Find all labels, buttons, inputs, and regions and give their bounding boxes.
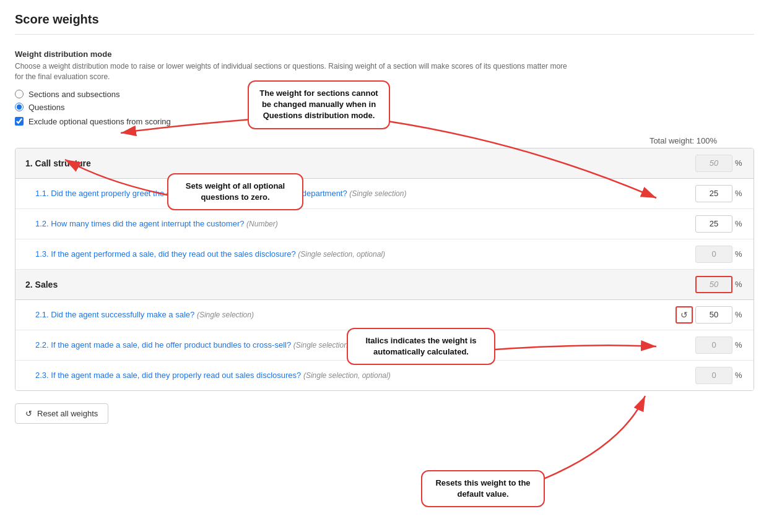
section-2-weight-cell: 50 % — [682, 276, 744, 293]
question-2-3-pct: % — [735, 371, 744, 380]
weight-distribution-desc: Choose a weight distribution mode to rai… — [15, 61, 572, 82]
question-2-3-weight-cell: % — [682, 367, 744, 384]
question-2-2-type: (Single selection, optional) — [293, 341, 381, 350]
question-1-3-weight-cell: % — [682, 246, 744, 263]
question-1-3-type: (Single selection, optional) — [298, 250, 385, 259]
radio-questions-input[interactable] — [15, 103, 24, 111]
section-2-label: 2. Sales — [25, 280, 682, 290]
question-1-1-pct: % — [735, 189, 744, 198]
question-row-2-2: 2.2. If the agent made a sale, did he of… — [15, 330, 754, 361]
reset-all-weights-button[interactable]: ↺ Reset all weights — [15, 403, 108, 424]
question-1-2-weight-cell: % — [682, 215, 744, 233]
question-1-2-weight-input[interactable] — [695, 215, 732, 233]
question-1-1-weight-input[interactable] — [695, 185, 732, 202]
total-weight-label: Total weight: 100% — [650, 136, 717, 145]
question-1-3-pct: % — [735, 249, 744, 259]
page-title: Score weights — [15, 12, 754, 35]
weight-distribution-section: Weight distribution mode Choose a weight… — [15, 49, 754, 126]
reset-all-icon: ↺ — [25, 409, 32, 418]
question-2-1-text: 2.1. Did the agent successfully make a s… — [35, 310, 676, 319]
radio-sections-label: Sections and subsections — [28, 90, 119, 99]
question-row-1-3: 1.3. If the agent performed a sale, did … — [15, 239, 754, 270]
section-1-weight-cell: 50 % — [682, 155, 744, 172]
exclude-optional-label: Exclude optional questions from scoring — [28, 117, 171, 126]
question-2-3-weight-input — [695, 367, 732, 384]
radio-questions-label: Questions — [28, 103, 65, 112]
question-1-3-text: 1.3. If the agent performed a sale, did … — [35, 249, 682, 259]
weight-distribution-label: Weight distribution mode — [15, 49, 754, 59]
question-2-1-reset-button[interactable]: ↺ — [676, 306, 693, 324]
section-1-label: 1. Call structure — [25, 158, 682, 168]
reset-all-label: Reset all weights — [37, 409, 98, 418]
question-1-2-type: (Number) — [246, 220, 278, 228]
question-1-2-text: 1.2. How many times did the agent interr… — [35, 219, 682, 228]
question-row-1-1: 1.1. Did the agent properly greet the cu… — [15, 179, 754, 209]
question-1-1-weight-cell: % — [682, 185, 744, 202]
question-2-3-type: (Single selection, optional) — [303, 371, 391, 380]
question-row-2-3: 2.3. If the agent made a sale, did they … — [15, 361, 754, 390]
section-1-weight-display: 50 — [695, 155, 732, 172]
page-container: Score weights Weight distribution mode C… — [0, 0, 769, 532]
question-2-3-text: 2.3. If the agent made a sale, did they … — [35, 371, 682, 380]
question-1-3-weight-input — [695, 246, 732, 263]
callout-reset-default: Resets this weight to the default value. — [421, 470, 545, 507]
section-2-pct: % — [735, 280, 744, 289]
radio-sections-input[interactable] — [15, 90, 24, 98]
question-1-2-pct: % — [735, 219, 744, 228]
section-row-2: 2. Sales 50 % — [15, 270, 754, 300]
question-2-2-weight-cell: % — [682, 337, 744, 354]
question-2-1-pct: % — [735, 310, 744, 319]
distribution-mode-group: Sections and subsections Questions — [15, 90, 754, 112]
question-2-1-weight-cell: ↺ % — [676, 306, 744, 324]
question-1-1-text: 1.1. Did the agent properly greet the cu… — [35, 189, 682, 198]
question-row-1-2: 1.2. How many times did the agent interr… — [15, 209, 754, 239]
total-weight-row: Total weight: 100% — [15, 136, 754, 145]
exclude-optional-checkbox[interactable] — [15, 117, 24, 126]
question-1-1-type: (Single selection) — [349, 189, 406, 198]
question-2-1-type: (Single selection) — [197, 311, 254, 319]
weights-table: 1. Call structure 50 % 1.1. Did the agen… — [15, 148, 754, 391]
question-row-2-1: 2.1. Did the agent successfully make a s… — [15, 300, 754, 330]
question-2-2-weight-input — [695, 337, 732, 354]
exclude-optional-checkbox-label[interactable]: Exclude optional questions from scoring — [15, 117, 754, 126]
section-1-pct: % — [735, 158, 744, 168]
radio-questions[interactable]: Questions — [15, 103, 754, 112]
question-2-2-text: 2.2. If the agent made a sale, did he of… — [35, 340, 682, 350]
radio-sections[interactable]: Sections and subsections — [15, 90, 754, 99]
question-2-2-pct: % — [735, 340, 744, 350]
question-2-1-weight-input[interactable] — [695, 306, 732, 324]
section-row-1: 1. Call structure 50 % — [15, 148, 754, 179]
section-2-weight-display: 50 — [695, 276, 732, 293]
